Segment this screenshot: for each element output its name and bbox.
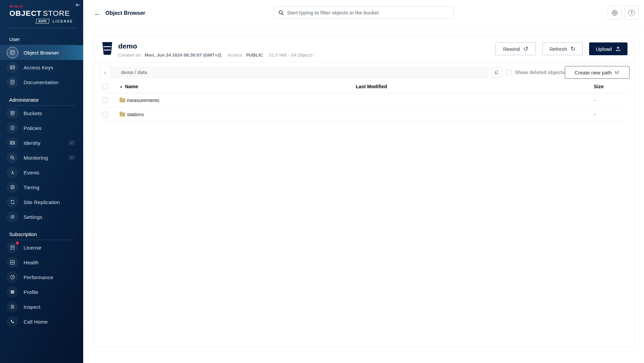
sidebar-item-license[interactable]: License xyxy=(0,240,83,255)
sidebar-item-settings[interactable]: Settings xyxy=(0,209,83,224)
minio-logo: MINIO OBJECTSTORE AGPL LICENSE xyxy=(0,0,83,24)
sidebar: ⇤ MINIO OBJECTSTORE AGPL LICENSE User Ob… xyxy=(0,0,83,363)
rewind-button[interactable]: Rewind ↺ xyxy=(495,42,536,55)
rewind-icon: ↺ xyxy=(523,46,528,52)
row-checkbox[interactable] xyxy=(102,98,108,103)
help-button[interactable]: ? xyxy=(624,6,639,20)
sidebar-item-call-home[interactable]: Call Home xyxy=(0,314,83,329)
monitoring-icon xyxy=(10,155,15,160)
created-value: Mon, Jun 24 2024 08:30:07 (GMT+2) xyxy=(145,53,222,58)
create-new-path-button[interactable]: Create new path xyxy=(565,66,630,79)
folder-icon xyxy=(120,112,125,117)
sidebar-item-documentation[interactable]: Documentation xyxy=(0,75,83,90)
sidebar-item-label: Monitoring xyxy=(24,155,48,161)
policy-icon xyxy=(10,125,15,131)
bucket-icon xyxy=(102,42,112,55)
chevron-down-icon[interactable] xyxy=(68,140,75,145)
column-header-name[interactable]: ▲Name xyxy=(120,84,356,89)
bucket-header: demo Created on: Mon, Jun 24 2024 08:30:… xyxy=(94,36,634,62)
object-name: stations xyxy=(127,112,144,117)
performance-icon xyxy=(10,274,15,280)
license-notification-dot xyxy=(16,241,19,244)
access-value: PUBLIC xyxy=(246,53,263,58)
main-area: ← Object Browser ? demo Created on: Mon,… xyxy=(83,0,644,363)
sidebar-item-label: License xyxy=(24,245,41,251)
bucket-meta: Created on: Mon, Jun 24 2024 08:30:07 (G… xyxy=(118,53,313,58)
sidebar-item-inspect[interactable]: Inspect xyxy=(0,299,83,314)
show-deleted-checkbox[interactable] xyxy=(506,70,511,75)
sidebar-item-policies[interactable]: Policies xyxy=(0,121,83,135)
tiering-icon xyxy=(10,185,15,190)
path-icon xyxy=(615,70,620,75)
back-arrow-icon[interactable]: ← xyxy=(94,10,100,16)
table-row[interactable]: measurements - xyxy=(102,93,627,107)
sidebar-item-performance[interactable]: Performance xyxy=(0,270,83,285)
identity-icon xyxy=(10,140,15,145)
object-name: measurements xyxy=(127,98,159,103)
sidebar-item-events[interactable]: λ Events xyxy=(0,165,83,180)
select-all-checkbox[interactable] xyxy=(102,84,108,89)
created-label: Created on: xyxy=(118,53,142,58)
sidebar-item-tiering[interactable]: Tiering xyxy=(0,180,83,195)
profile-icon xyxy=(10,289,15,295)
sidebar-item-health[interactable]: Health xyxy=(0,255,83,270)
sidebar-item-label: Health xyxy=(24,260,39,265)
column-header-last-modified[interactable]: Last Modified xyxy=(356,84,594,89)
sidebar-item-identity[interactable]: Identity xyxy=(0,135,83,150)
agpl-badge: AGPL xyxy=(36,19,50,24)
upload-button[interactable]: Upload xyxy=(589,42,627,55)
table-row[interactable]: stations - xyxy=(102,107,627,122)
bucket-name: demo xyxy=(118,42,313,50)
object-size: - xyxy=(594,112,627,117)
show-deleted-label: Show deleted objects xyxy=(515,70,565,75)
sidebar-item-label: Policies xyxy=(24,125,41,131)
search-input[interactable] xyxy=(287,10,449,15)
sidebar-item-label: Documentation xyxy=(24,79,59,85)
sidebar-collapse-icon[interactable]: ⇤ xyxy=(76,2,80,8)
objects-table: ▲Name Last Modified Size measurements - … xyxy=(102,80,627,122)
row-checkbox[interactable] xyxy=(102,112,108,117)
health-icon xyxy=(10,260,15,265)
sort-ascending-icon: ▲ xyxy=(120,85,123,88)
copy-icon xyxy=(494,70,499,75)
documentation-icon xyxy=(10,79,15,85)
breadcrumb-back-button[interactable]: ‹ xyxy=(99,66,111,79)
section-label-user: User xyxy=(0,36,83,42)
sidebar-item-label: Profile xyxy=(24,289,38,295)
license-icon xyxy=(10,245,15,250)
column-header-size[interactable]: Size xyxy=(594,84,627,89)
sidebar-item-label: Events xyxy=(24,170,39,175)
upload-icon xyxy=(615,46,621,52)
settings-gear-button[interactable] xyxy=(608,6,622,20)
refresh-button[interactable]: Refresh ↻ xyxy=(542,42,583,55)
browse-section: ‹ demo / data Show deleted objects Creat… xyxy=(94,62,634,122)
phone-icon xyxy=(10,319,15,324)
table-header-row: ▲Name Last Modified Size xyxy=(102,80,627,93)
top-bar: ← Object Browser ? xyxy=(83,0,644,26)
sidebar-item-monitoring[interactable]: Monitoring xyxy=(0,150,83,165)
object-size: - xyxy=(594,98,627,103)
access-keys-icon xyxy=(10,65,15,70)
sidebar-item-site-replication[interactable]: Site Replication xyxy=(0,195,83,209)
sidebar-item-label: Settings xyxy=(24,214,42,220)
sidebar-item-label: Site Replication xyxy=(24,199,60,205)
license-word: LICENSE xyxy=(53,20,73,23)
sidebar-item-label: Tiering xyxy=(24,185,39,190)
help-icon: ? xyxy=(628,9,635,16)
replication-icon xyxy=(10,199,15,205)
section-label-subscription: Subscription xyxy=(0,231,83,237)
sidebar-item-buckets[interactable]: Buckets xyxy=(0,106,83,121)
section-label-administrator: Administrator xyxy=(0,97,83,103)
breadcrumb[interactable]: demo / data xyxy=(111,66,489,79)
copy-path-button[interactable] xyxy=(491,67,502,78)
svg-text:λ: λ xyxy=(11,170,14,175)
sidebar-item-label: Identity xyxy=(24,140,40,146)
sidebar-item-object-browser[interactable]: Object Browser xyxy=(0,45,83,60)
bucket-icon xyxy=(10,110,15,116)
chevron-down-icon[interactable] xyxy=(68,155,75,160)
folder-icon xyxy=(120,98,125,102)
sidebar-item-profile[interactable]: Profile xyxy=(0,285,83,299)
sidebar-item-label: Performance xyxy=(24,274,53,280)
sidebar-item-access-keys[interactable]: Access Keys xyxy=(0,60,83,75)
object-browser-icon xyxy=(10,50,15,55)
